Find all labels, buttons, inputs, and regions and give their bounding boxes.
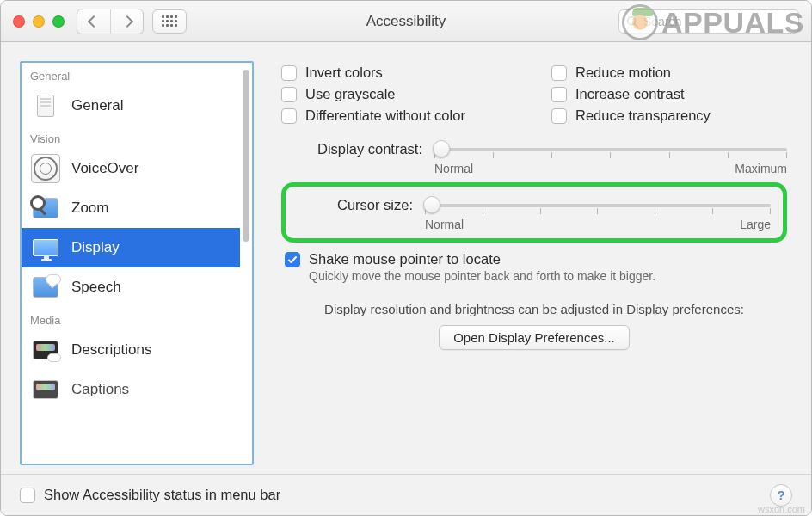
checkbox[interactable] [20, 488, 35, 503]
slider-ticks [434, 152, 787, 159]
descriptions-icon [30, 337, 61, 363]
shake-mouse-hint: Quickly move the mouse pointer back and … [309, 269, 787, 283]
checkbox[interactable] [551, 87, 567, 102]
option-diff-without-color[interactable]: Differentiate without color [281, 108, 517, 124]
cursor-scale-labels: Normal Large [425, 216, 771, 231]
scale-min: Normal [434, 162, 473, 175]
slider-track [425, 204, 771, 207]
option-label: Reduce motion [575, 64, 671, 81]
checkbox[interactable] [281, 87, 297, 102]
shake-mouse-block: Shake mouse pointer to locate Quickly mo… [285, 251, 787, 283]
option-invert-colors[interactable]: Invert colors [281, 64, 517, 81]
speech-icon [30, 274, 61, 300]
option-label: Use grayscale [305, 86, 396, 102]
option-label: Shake mouse pointer to locate [309, 251, 501, 267]
zoom-icon [30, 195, 61, 221]
watermark-logo-icon [622, 4, 658, 40]
sidebar-item-display[interactable]: Display [22, 228, 240, 267]
option-reduce-transparency[interactable]: Reduce transparency [551, 108, 787, 124]
window-footer: Show Accessibility status in menu bar ? [1, 474, 811, 515]
option-show-status-menubar[interactable]: Show Accessibility status in menu bar [20, 487, 280, 503]
scale-max: Large [740, 218, 771, 231]
checkbox[interactable] [551, 65, 567, 81]
option-increase-contrast[interactable]: Increase contrast [551, 86, 787, 102]
sidebar-item-label: Zoom [71, 200, 108, 217]
settings-pane: Invert colors Reduce motion Use grayscal… [269, 61, 792, 465]
captions-icon [30, 377, 61, 402]
cursor-size-slider[interactable] [425, 195, 771, 216]
sidebar-item-label: Display [71, 239, 120, 256]
sidebar-item-label: General [71, 97, 123, 114]
slider-track [434, 148, 787, 151]
scale-max: Maximum [735, 162, 787, 175]
sidebar-item-captions[interactable]: Captions [22, 370, 240, 409]
slider-knob[interactable] [423, 196, 440, 213]
option-label: Show Accessibility status in menu bar [44, 487, 280, 503]
back-button[interactable] [77, 9, 110, 34]
display-contrast-slider[interactable] [434, 139, 787, 160]
category-sidebar: General General Vision VoiceOver Zoom Di… [20, 61, 254, 465]
sidebar-item-label: Captions [71, 381, 129, 398]
general-icon [30, 93, 61, 119]
option-label: Increase contrast [575, 86, 685, 102]
cursor-size-label: Cursor size: [311, 195, 413, 213]
sidebar-item-voiceover[interactable]: VoiceOver [22, 149, 240, 188]
sidebar-item-descriptions[interactable]: Descriptions [22, 330, 240, 370]
option-shake-mouse[interactable]: Shake mouse pointer to locate [285, 251, 787, 267]
sidebar-section-media: Media [22, 307, 240, 330]
sidebar-item-general[interactable]: General [22, 86, 240, 126]
checkbox[interactable] [285, 252, 300, 267]
cursor-size-highlight: Cursor size: Normal Large [281, 182, 787, 243]
slider-ticks [425, 208, 771, 215]
content-area: General General Vision VoiceOver Zoom Di… [1, 42, 811, 474]
close-window-button[interactable] [13, 15, 25, 28]
sidebar-section-vision: Vision [22, 126, 240, 149]
cursor-size-row: Cursor size: Normal Large [311, 195, 771, 231]
slider-knob[interactable] [433, 140, 450, 157]
sidebar-item-label: VoiceOver [71, 160, 138, 177]
sidebar-item-label: Speech [71, 279, 121, 296]
display-contrast-label: Display contrast: [302, 139, 422, 157]
option-use-grayscale[interactable]: Use grayscale [281, 86, 517, 102]
display-contrast-row: Display contrast: Normal Maximum [302, 139, 787, 175]
sidebar-scrollbar-thumb[interactable] [243, 70, 249, 242]
checkbox[interactable] [281, 65, 297, 81]
sidebar-item-zoom[interactable]: Zoom [22, 188, 240, 228]
option-label: Invert colors [305, 64, 383, 81]
help-button[interactable]: ? [770, 484, 792, 507]
watermark-text: APPUALS [661, 6, 804, 40]
checkbox[interactable] [281, 108, 297, 124]
minimize-window-button[interactable] [33, 15, 45, 28]
nav-back-forward [77, 9, 144, 34]
option-reduce-motion[interactable]: Reduce motion [551, 64, 787, 81]
contrast-scale-labels: Normal Maximum [434, 160, 787, 175]
display-options-grid: Invert colors Reduce motion Use grayscal… [281, 64, 787, 124]
forward-button[interactable] [110, 9, 143, 34]
zoom-window-button[interactable] [52, 15, 65, 28]
help-icon: ? [777, 488, 784, 502]
option-label: Differentiate without color [305, 108, 465, 124]
window-controls [13, 15, 65, 28]
show-all-button[interactable] [152, 9, 187, 34]
display-icon [30, 235, 61, 261]
voiceover-icon [30, 156, 61, 181]
grid-icon [162, 15, 177, 27]
scale-min: Normal [425, 218, 464, 231]
source-attribution: wsxdn.com [758, 504, 805, 514]
option-label: Reduce transparency [575, 108, 710, 124]
checkbox[interactable] [551, 108, 567, 124]
sidebar-section-general: General [22, 63, 240, 86]
preferences-window: Accessibility APPUALS General General [0, 0, 812, 516]
sidebar-item-label: Descriptions [71, 341, 152, 359]
sidebar-item-speech[interactable]: Speech [22, 267, 240, 307]
open-display-preferences-button[interactable]: Open Display Preferences... [439, 325, 630, 350]
sidebar-scrollbar[interactable] [243, 68, 249, 458]
display-preferences-note: Display resolution and brightness can be… [281, 302, 787, 316]
watermark-overlay: APPUALS [622, 4, 804, 40]
